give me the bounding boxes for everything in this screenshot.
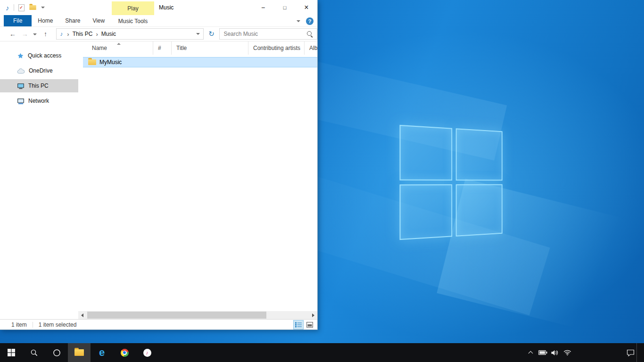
collapse-ribbon-chevron-icon[interactable] <box>297 20 300 22</box>
refresh-button[interactable]: ↻ <box>207 30 216 38</box>
computer-icon <box>17 82 25 90</box>
address-bar[interactable]: ♪ › This PC › Music <box>56 28 203 40</box>
cortana-button[interactable] <box>45 343 68 362</box>
back-button[interactable]: ← <box>8 30 17 38</box>
scroll-right-button[interactable] <box>309 311 317 319</box>
system-tray <box>524 343 644 362</box>
sidebar-item-network[interactable]: Network <box>0 94 78 107</box>
tab-view[interactable]: View <box>86 15 111 26</box>
search-input[interactable] <box>223 31 306 37</box>
logo-pane <box>400 184 453 240</box>
maximize-button[interactable]: □ <box>274 0 296 15</box>
thumbnails-view-icon <box>306 322 313 328</box>
sidebar-item-onedrive[interactable]: OneDrive <box>0 64 78 77</box>
action-center-button[interactable] <box>624 343 636 362</box>
taskbar-itunes-button[interactable]: ♪ <box>136 343 158 362</box>
properties-icon[interactable]: ✓ <box>18 4 25 11</box>
ribbon-right-controls: ? <box>297 15 314 27</box>
status-bar: 1 item 1 item selected <box>0 319 317 329</box>
taskbar-search-button[interactable] <box>23 343 45 362</box>
windows-logo-icon <box>8 349 15 356</box>
network-icon <box>17 98 25 105</box>
start-button[interactable] <box>0 343 23 362</box>
sidebar-item-label: Quick access <box>28 52 61 59</box>
volume-icon <box>551 350 559 356</box>
cloud-icon <box>17 68 25 74</box>
forward-button[interactable]: → <box>21 30 29 38</box>
column-header-contributing-artists[interactable]: Contributing artists <box>248 41 305 55</box>
chrome-icon <box>121 349 129 357</box>
network-tray-button[interactable] <box>561 343 573 362</box>
selected-count: 1 item selected <box>39 321 77 328</box>
scrollbar-thumb[interactable] <box>87 312 266 319</box>
taskbar-internet-explorer-button[interactable]: e <box>91 343 113 362</box>
help-icon[interactable]: ? <box>306 17 314 25</box>
sidebar-item-quick-access[interactable]: Quick access <box>0 49 78 62</box>
tab-share[interactable]: Share <box>59 15 86 26</box>
quick-access-toolbar: ♪ ✓ <box>0 4 45 11</box>
item-count: 1 item <box>11 321 27 328</box>
tab-home[interactable]: Home <box>32 15 59 26</box>
breadcrumb-this-pc[interactable]: This PC <box>73 31 93 37</box>
show-desktop-button[interactable] <box>636 343 639 362</box>
sidebar-item-label: OneDrive <box>29 67 53 74</box>
file-explorer-icon <box>74 349 84 356</box>
itunes-icon: ♪ <box>143 349 151 357</box>
breadcrumb-separator: › <box>96 31 98 38</box>
window-music-icon: ♪ <box>6 4 9 11</box>
column-header-title[interactable]: Title <box>172 41 248 55</box>
sidebar-item-label: This PC <box>28 82 49 89</box>
sidebar-item-this-pc[interactable]: This PC <box>0 79 78 92</box>
scroll-left-arrow-icon <box>81 313 83 317</box>
close-button[interactable]: × <box>296 0 317 15</box>
recent-locations-chevron-icon[interactable] <box>33 33 37 35</box>
breadcrumb-separator: › <box>67 31 69 38</box>
title-bar: ♪ ✓ Play Music − □ × <box>0 0 317 15</box>
folder-icon <box>88 59 96 65</box>
details-view-button[interactable] <box>293 320 304 329</box>
windows-logo-wallpaper <box>400 125 503 240</box>
show-hidden-icons-button[interactable] <box>524 343 537 362</box>
ribbon-tab-bar: File Home Share View Music Tools ? <box>0 15 317 27</box>
customize-toolbar-chevron-icon[interactable] <box>41 7 45 8</box>
tray-spacer <box>573 343 624 362</box>
tab-file[interactable]: File <box>4 15 32 26</box>
column-headers: Name # Title Contributing artists Alb <box>83 41 317 55</box>
internet-explorer-icon: e <box>99 347 105 358</box>
scroll-left-button[interactable] <box>78 311 86 319</box>
file-explorer-window: ♪ ✓ Play Music − □ × File Home Share Vie… <box>0 0 318 330</box>
sidebar-item-label: Network <box>28 98 49 104</box>
navigation-pane: Quick access OneDrive This PC Network <box>0 41 78 319</box>
new-folder-icon[interactable] <box>29 5 36 10</box>
wifi-icon <box>563 350 571 356</box>
breadcrumb-music[interactable]: Music <box>101 31 116 37</box>
battery-tray-button[interactable] <box>537 343 549 362</box>
column-header-album[interactable]: Alb <box>305 41 317 55</box>
taskbar-chrome-button[interactable] <box>113 343 136 362</box>
file-list-empty-area[interactable] <box>78 67 317 319</box>
cortana-ring-icon <box>53 349 61 357</box>
up-button[interactable]: ↑ <box>41 30 50 38</box>
horizontal-scrollbar[interactable] <box>78 311 317 319</box>
volume-tray-button[interactable] <box>549 343 561 362</box>
toolbar-separator <box>14 4 14 11</box>
address-dropdown-chevron-icon[interactable] <box>196 33 200 35</box>
thumbnails-view-button[interactable] <box>305 320 315 329</box>
window-title: Music <box>159 0 173 15</box>
location-music-icon: ♪ <box>60 31 63 37</box>
chevron-up-icon <box>528 351 533 356</box>
contextual-tab-group-play[interactable]: Play <box>112 1 154 15</box>
tab-music-tools[interactable]: Music Tools <box>112 15 154 27</box>
battery-icon <box>538 350 547 355</box>
minimize-button[interactable]: − <box>252 0 274 15</box>
column-header-number[interactable]: # <box>153 41 172 55</box>
taskbar: e ♪ <box>0 343 644 362</box>
logo-pane <box>456 184 503 237</box>
search-icon[interactable] <box>306 31 313 37</box>
status-separator <box>33 322 33 328</box>
file-row-mymusic[interactable]: MyMusic <box>83 57 317 67</box>
search-box <box>219 28 317 40</box>
sort-ascending-caret-icon <box>117 43 121 45</box>
navigation-bar: ← → ↑ ♪ › This PC › Music ↻ <box>0 27 317 41</box>
taskbar-file-explorer-button[interactable] <box>68 343 91 362</box>
